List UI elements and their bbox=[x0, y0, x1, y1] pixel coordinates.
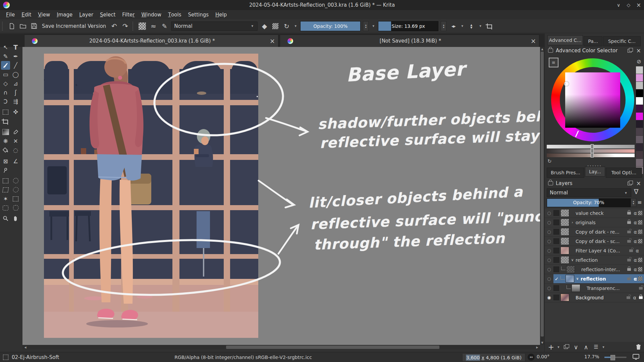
color-history-swatch[interactable] bbox=[636, 151, 643, 159]
duplicate-layer-button[interactable] bbox=[561, 343, 571, 351]
transform-select-icon[interactable]: ↖ bbox=[1, 43, 10, 52]
move-layer-down-button[interactable]: ∨ bbox=[571, 343, 581, 351]
opacity-slider[interactable]: Opacity: 100% bbox=[300, 21, 361, 31]
pan-tool-icon[interactable] bbox=[11, 214, 20, 223]
refresh-colors-icon[interactable]: ↻ bbox=[547, 158, 552, 164]
zoom-slider-thumb[interactable] bbox=[610, 355, 615, 360]
smart-patch-icon[interactable]: ✕ bbox=[11, 137, 20, 145]
selection-mode-icon[interactable] bbox=[3, 355, 8, 360]
ellipse-select-icon[interactable] bbox=[11, 176, 20, 185]
float-docker-icon[interactable] bbox=[628, 182, 632, 185]
assistants-tool-icon[interactable]: ⊠ bbox=[1, 157, 10, 166]
lightness-slider[interactable] bbox=[547, 145, 635, 148]
text-tool-icon[interactable]: T bbox=[11, 43, 20, 52]
inherit-alpha-icon[interactable] bbox=[638, 211, 642, 215]
eraser-mode-icon[interactable]: ◆ bbox=[260, 22, 269, 31]
toolbar-drag-handle[interactable] bbox=[2, 22, 4, 31]
inherit-alpha-icon[interactable] bbox=[638, 267, 642, 272]
color-history-swatch[interactable] bbox=[636, 128, 643, 135]
brush-settings-icon[interactable]: ≈ bbox=[149, 22, 158, 31]
visibility-icon[interactable]: ○ bbox=[545, 220, 553, 225]
magnetic-select-icon[interactable] bbox=[11, 203, 20, 212]
menu-select[interactable]: Select bbox=[97, 10, 119, 19]
blending-mode-select[interactable]: Normal ▾ bbox=[171, 21, 258, 31]
transform-tool-icon[interactable] bbox=[1, 108, 10, 116]
chevron-down-icon[interactable]: ▾ bbox=[601, 345, 606, 349]
add-layer-button[interactable]: + bbox=[546, 343, 556, 351]
mirror-horizontal-icon[interactable]: ◂▸ bbox=[449, 22, 458, 31]
visibility-icon[interactable]: ○ bbox=[545, 276, 553, 281]
color-history-swatch[interactable] bbox=[636, 105, 643, 112]
layer-options-menu-icon[interactable]: ≡ bbox=[637, 199, 642, 205]
chevron-down-icon[interactable]: ▾ bbox=[478, 24, 483, 28]
alpha-lock-icon[interactable]: α bbox=[633, 257, 638, 263]
visibility-icon[interactable]: ○ bbox=[545, 257, 553, 262]
close-docker-icon[interactable]: × bbox=[636, 47, 641, 54]
menu-layer[interactable]: Layer bbox=[76, 10, 97, 19]
color-sampler-icon[interactable] bbox=[11, 128, 20, 136]
inherit-alpha-icon[interactable] bbox=[638, 220, 642, 225]
color-history-strip[interactable] bbox=[636, 66, 643, 174]
lock-open-icon[interactable] bbox=[627, 296, 630, 299]
open-document-icon[interactable] bbox=[18, 22, 27, 31]
color-history-swatch[interactable] bbox=[636, 89, 643, 97]
layer-opacity-slider[interactable]: Opacity: 70% bbox=[547, 198, 631, 207]
multibrush-icon[interactable]: ⇶ bbox=[11, 97, 20, 106]
tab-advanced-color[interactable]: Advanced C... bbox=[547, 35, 583, 45]
alpha-lock-icon[interactable]: α bbox=[633, 267, 638, 272]
window-minimize-button[interactable]: ∨ bbox=[614, 0, 623, 10]
layer-row[interactable]: ○ Transparenc... bbox=[545, 284, 644, 293]
lock-icon[interactable] bbox=[548, 181, 553, 185]
tab-palette[interactable]: Pa... bbox=[584, 36, 602, 46]
window-maximize-button[interactable]: ◇ bbox=[624, 0, 633, 10]
fit-to-screen-icon[interactable] bbox=[633, 354, 639, 361]
pattern-edit-icon[interactable]: ❋ bbox=[1, 137, 10, 145]
expander-icon[interactable]: › bbox=[570, 220, 575, 225]
dynamic-brush-icon[interactable]: Ɔ bbox=[1, 97, 10, 106]
layer-row[interactable]: ◉ Background α bbox=[545, 293, 644, 302]
layer-row[interactable]: ○ ∨ reflection α bbox=[545, 255, 644, 265]
polygon-tool-icon[interactable]: ◇ bbox=[1, 79, 10, 88]
vertical-scrollbar[interactable]: ▲ ▼ bbox=[540, 47, 544, 345]
visibility-icon[interactable]: ○ bbox=[545, 239, 553, 244]
layer-style-box[interactable] bbox=[553, 229, 559, 235]
tab-brush-presets[interactable]: Brush Pres... bbox=[547, 168, 584, 178]
current-brush-preset[interactable]: 02-Ej-Airbrush-Soft bbox=[12, 354, 59, 360]
layer-opacity-spinner[interactable]: ▴▾ bbox=[631, 198, 636, 207]
expander-icon[interactable]: ∨ bbox=[575, 277, 580, 281]
lock-icon[interactable] bbox=[627, 212, 631, 215]
layer-style-box[interactable] bbox=[553, 210, 559, 216]
canvas-rotation-dial[interactable]: ↔ bbox=[528, 354, 535, 361]
edit-shapes-icon[interactable]: ✎ bbox=[1, 52, 10, 61]
opacity-spinner[interactable]: ▴▾ bbox=[363, 21, 369, 31]
save-icon[interactable] bbox=[30, 22, 38, 31]
expander-icon[interactable]: ∨ bbox=[570, 258, 575, 262]
color-history-swatch[interactable] bbox=[636, 143, 643, 151]
rect-select-icon[interactable] bbox=[1, 176, 10, 185]
rectangle-tool-icon[interactable]: ▭ bbox=[1, 70, 10, 79]
freehand-brush-icon[interactable] bbox=[1, 61, 10, 70]
menu-file[interactable]: File bbox=[3, 10, 18, 19]
vertical-scrollbar-thumb[interactable] bbox=[541, 52, 544, 337]
lock-icon[interactable] bbox=[548, 49, 553, 53]
tab-tool-options[interactable]: Tool Opti... bbox=[606, 168, 642, 178]
menu-help[interactable]: Help bbox=[212, 10, 230, 19]
lock-open-icon[interactable] bbox=[627, 240, 631, 243]
tab-close-icon[interactable]: × bbox=[267, 37, 278, 45]
brush-editor-icon[interactable]: ✎ bbox=[160, 22, 169, 31]
polygon-select-icon[interactable] bbox=[1, 185, 10, 194]
tab-layers[interactable]: Lay... bbox=[585, 167, 605, 177]
alpha-lock-icon[interactable]: α bbox=[633, 229, 638, 235]
layer-style-box[interactable] bbox=[553, 295, 559, 300]
visibility-icon[interactable]: ○ bbox=[545, 229, 553, 234]
color-history-swatch[interactable] bbox=[636, 97, 643, 105]
lock-icon[interactable] bbox=[627, 221, 631, 224]
brush-size-slider[interactable]: Size: 13.69 px bbox=[378, 21, 438, 31]
bezier-select-icon[interactable] bbox=[1, 203, 10, 212]
layer-style-box[interactable] bbox=[553, 220, 559, 225]
reference-images-icon[interactable] bbox=[1, 166, 10, 175]
pinned-lock-icon[interactable] bbox=[639, 296, 643, 299]
chevron-down-icon[interactable]: ▾ bbox=[293, 24, 298, 28]
menu-view[interactable]: View bbox=[35, 10, 53, 19]
alpha-lock-icon[interactable]: α bbox=[633, 210, 638, 216]
